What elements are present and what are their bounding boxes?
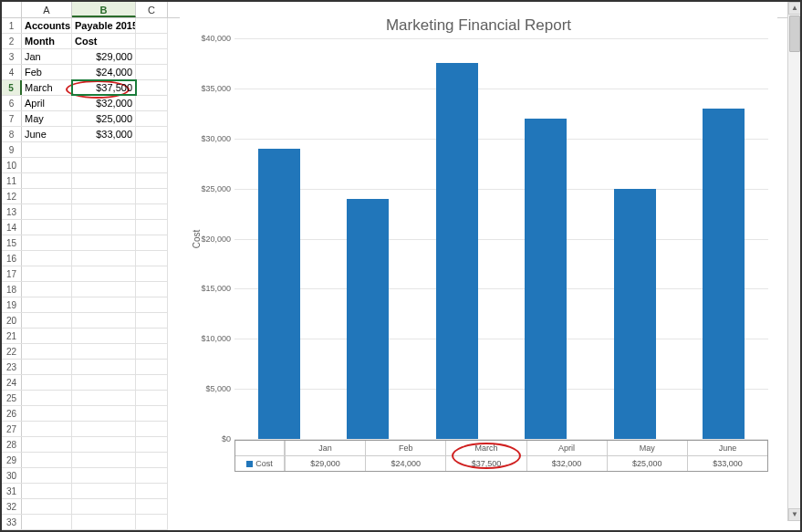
row-header[interactable]: 2	[2, 34, 22, 48]
cell[interactable]	[136, 173, 168, 188]
row-header[interactable]: 29	[2, 453, 22, 467]
cell[interactable]	[136, 142, 168, 157]
cell[interactable]	[22, 515, 72, 529]
cell[interactable]	[22, 468, 72, 483]
chart-area[interactable]: Marketing Financial Report Cost $0$5,000…	[180, 11, 777, 521]
row-header[interactable]: 28	[2, 437, 22, 452]
cell[interactable]: $29,000	[72, 49, 136, 64]
col-header-A[interactable]: A	[22, 2, 72, 17]
cell[interactable]: Feb	[22, 65, 72, 79]
select-all-corner[interactable]	[2, 2, 22, 17]
cell[interactable]	[136, 220, 168, 235]
row-header[interactable]: 8	[2, 127, 22, 141]
cell[interactable]	[136, 484, 168, 498]
cell[interactable]	[136, 204, 168, 219]
cell[interactable]	[72, 204, 136, 219]
cell[interactable]	[136, 189, 168, 203]
row-header[interactable]: 11	[2, 173, 22, 188]
cell[interactable]	[22, 173, 72, 188]
col-header-C[interactable]: C	[136, 2, 168, 17]
cell[interactable]	[72, 189, 136, 203]
cell[interactable]	[136, 391, 168, 405]
row-header[interactable]: 1	[2, 18, 22, 33]
cell[interactable]	[136, 127, 168, 141]
cell[interactable]	[22, 297, 72, 312]
row-header[interactable]: 26	[2, 406, 22, 421]
bar[interactable]	[436, 63, 478, 439]
cell[interactable]	[72, 313, 136, 328]
cell[interactable]	[22, 422, 72, 436]
bar[interactable]	[347, 199, 389, 439]
cell[interactable]	[22, 406, 72, 421]
cell[interactable]	[136, 360, 168, 374]
cell[interactable]	[72, 499, 136, 514]
cell[interactable]	[72, 142, 136, 157]
scroll-up-arrow-icon[interactable]: ▲	[788, 2, 801, 15]
vertical-scrollbar[interactable]: ▲ ▼	[787, 2, 800, 521]
cell[interactable]	[22, 360, 72, 374]
cell[interactable]	[136, 453, 168, 467]
cell[interactable]	[136, 422, 168, 436]
scroll-down-arrow-icon[interactable]: ▼	[788, 508, 801, 521]
cell[interactable]: March	[22, 80, 72, 95]
cell[interactable]: $33,000	[72, 127, 136, 141]
cell[interactable]: June	[22, 127, 72, 141]
cell[interactable]	[136, 235, 168, 250]
row-header[interactable]: 27	[2, 422, 22, 436]
cell[interactable]	[136, 406, 168, 421]
cell[interactable]	[72, 375, 136, 390]
cell[interactable]	[72, 220, 136, 235]
cell[interactable]	[22, 235, 72, 250]
cell[interactable]	[136, 158, 168, 172]
cell[interactable]: Cost	[72, 34, 136, 48]
row-header[interactable]: 20	[2, 313, 22, 328]
cell[interactable]	[72, 158, 136, 172]
row-header[interactable]: 13	[2, 204, 22, 219]
cell[interactable]: Accounts	[22, 18, 72, 33]
row-header[interactable]: 5	[2, 80, 22, 95]
cell[interactable]	[22, 499, 72, 514]
row-header[interactable]: 3	[2, 49, 22, 64]
cell[interactable]: $37,500	[72, 80, 136, 95]
row-header[interactable]: 23	[2, 360, 22, 374]
cell[interactable]	[72, 437, 136, 452]
row-header[interactable]: 31	[2, 484, 22, 498]
row-header[interactable]: 22	[2, 344, 22, 359]
cell[interactable]	[22, 344, 72, 359]
bar[interactable]	[703, 109, 745, 439]
cell[interactable]: $32,000	[72, 96, 136, 110]
cell[interactable]	[72, 266, 136, 281]
cell[interactable]	[72, 329, 136, 343]
cell[interactable]	[22, 142, 72, 157]
cell[interactable]	[72, 391, 136, 405]
cell[interactable]	[136, 49, 168, 64]
cell[interactable]	[72, 173, 136, 188]
cell[interactable]	[72, 297, 136, 312]
cell[interactable]	[72, 282, 136, 297]
row-header[interactable]: 24	[2, 375, 22, 390]
cell[interactable]	[136, 499, 168, 514]
cell[interactable]	[72, 360, 136, 374]
cell[interactable]	[136, 282, 168, 297]
cell[interactable]	[22, 375, 72, 390]
cell[interactable]	[136, 329, 168, 343]
cell[interactable]: Month	[22, 34, 72, 48]
cell[interactable]	[22, 220, 72, 235]
row-header[interactable]: 17	[2, 266, 22, 281]
cell[interactable]	[72, 344, 136, 359]
cell[interactable]: $24,000	[72, 65, 136, 79]
cell[interactable]: Payable 2015	[72, 18, 136, 33]
row-header[interactable]: 9	[2, 142, 22, 157]
row-header[interactable]: 14	[2, 220, 22, 235]
cell[interactable]	[136, 65, 168, 79]
cell[interactable]	[136, 344, 168, 359]
cell[interactable]: $25,000	[72, 111, 136, 126]
col-header-B[interactable]: B	[72, 2, 136, 17]
cell[interactable]	[72, 515, 136, 529]
cell[interactable]	[136, 375, 168, 390]
cell[interactable]	[136, 515, 168, 529]
cell[interactable]	[72, 468, 136, 483]
cell[interactable]	[22, 313, 72, 328]
row-header[interactable]: 6	[2, 96, 22, 110]
cell[interactable]	[136, 266, 168, 281]
